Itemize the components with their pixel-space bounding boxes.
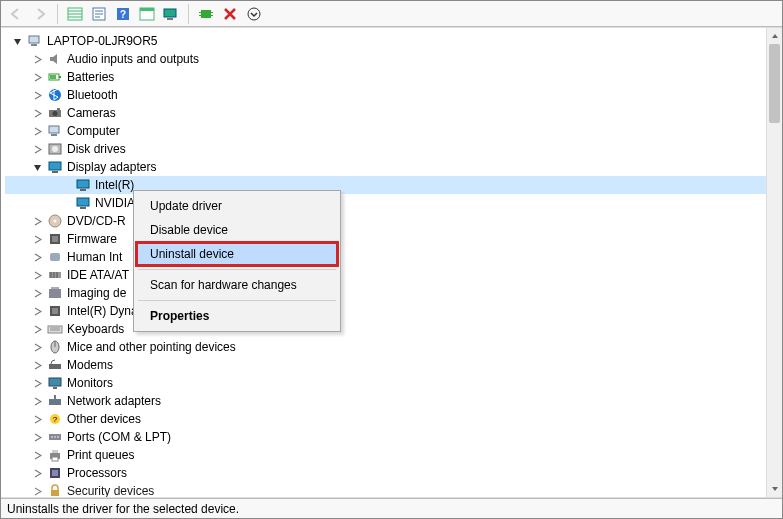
display-icon: [47, 159, 63, 175]
tree-category-imaging[interactable]: Imaging de: [5, 284, 766, 302]
tree-category-security[interactable]: Security devices: [5, 482, 766, 497]
tree-category-bluetooth[interactable]: Bluetooth: [5, 86, 766, 104]
tree-category-label: Other devices: [67, 410, 141, 428]
context-menu-item-update-driver[interactable]: Update driver: [136, 194, 338, 218]
svg-rect-33: [49, 162, 61, 170]
status-bar: Uninstalls the driver for the selected d…: [1, 498, 782, 518]
chevron-right-icon[interactable]: [31, 125, 43, 137]
vertical-scrollbar[interactable]: [766, 28, 782, 497]
context-menu-item-properties[interactable]: Properties: [136, 304, 338, 328]
circle-down-icon: [247, 7, 261, 21]
tree-category-computer[interactable]: Computer: [5, 122, 766, 140]
printer-icon: [47, 447, 63, 463]
chevron-right-icon[interactable]: [31, 467, 43, 479]
bluetooth-icon: [47, 87, 63, 103]
chevron-right-icon[interactable]: [31, 53, 43, 65]
chevron-right-icon[interactable]: [31, 377, 43, 389]
other-icon: ?: [47, 411, 63, 427]
scroll-up-icon[interactable]: [767, 28, 782, 44]
port-icon: [47, 429, 63, 445]
tree-category-firmware[interactable]: Firmware: [5, 230, 766, 248]
chip-add-icon: [199, 7, 213, 21]
chevron-right-icon[interactable]: [31, 341, 43, 353]
tree-category-batteries[interactable]: Batteries: [5, 68, 766, 86]
svg-rect-36: [80, 189, 86, 191]
disk-icon: [47, 141, 63, 157]
scroll-thumb[interactable]: [769, 44, 780, 123]
toolbar-add-legacy[interactable]: [195, 3, 217, 25]
svg-point-40: [54, 220, 57, 223]
svg-rect-21: [31, 44, 37, 46]
scroll-down-icon[interactable]: [767, 481, 782, 497]
chevron-down-icon[interactable]: [11, 35, 23, 47]
context-menu: Update driverDisable deviceUninstall dev…: [133, 190, 341, 332]
context-menu-item-scan-for-hardware-changes[interactable]: Scan for hardware changes: [136, 273, 338, 297]
context-menu-item-disable-device[interactable]: Disable device: [136, 218, 338, 242]
list-icon: [67, 7, 83, 21]
tree-category-ports[interactable]: Ports (COM & LPT): [5, 428, 766, 446]
toolbar-show-hidden[interactable]: [64, 3, 86, 25]
svg-rect-60: [49, 399, 61, 405]
tree-category-hid[interactable]: Human Int: [5, 248, 766, 266]
chevron-right-icon[interactable]: [31, 71, 43, 83]
toolbar-uninstall[interactable]: [219, 3, 241, 25]
tree-category-cameras[interactable]: Cameras: [5, 104, 766, 122]
tree-category-network[interactable]: Network adapters: [5, 392, 766, 410]
svg-rect-69: [52, 450, 58, 453]
toolbar-forward[interactable]: [29, 3, 51, 25]
device-tree[interactable]: LAPTOP-0LJR9OR5 Audio inputs and outputs…: [1, 28, 766, 497]
monitor-icon: [47, 375, 63, 391]
scroll-track[interactable]: [767, 44, 782, 481]
tree-category-processors[interactable]: Processors: [5, 464, 766, 482]
svg-rect-18: [211, 15, 213, 16]
chevron-right-icon[interactable]: [31, 269, 43, 281]
toolbar-help[interactable]: ?: [112, 3, 134, 25]
tree-category-other[interactable]: ? Other devices: [5, 410, 766, 428]
tree-category-label: Human Int: [67, 248, 122, 266]
svg-rect-11: [140, 8, 154, 11]
tree-category-modems[interactable]: Modems: [5, 356, 766, 374]
chevron-right-icon[interactable]: [31, 359, 43, 371]
chevron-right-icon[interactable]: [31, 89, 43, 101]
tree-category-keyboards[interactable]: Keyboards: [5, 320, 766, 338]
tree-category-label: IDE ATA/AT: [67, 266, 129, 284]
tree-category-label: Firmware: [67, 230, 117, 248]
chevron-right-icon[interactable]: [31, 251, 43, 263]
tree-category-printq[interactable]: Print queues: [5, 446, 766, 464]
context-menu-item-uninstall-device[interactable]: Uninstall device: [136, 242, 338, 266]
chevron-right-icon[interactable]: [31, 413, 43, 425]
chevron-right-icon[interactable]: [31, 233, 43, 245]
tree-category-dptf[interactable]: Intel(R) Dynamic Platform and Thermal Fr…: [5, 302, 766, 320]
tree-category-monitors[interactable]: Monitors: [5, 374, 766, 392]
toolbar-scan[interactable]: [160, 3, 182, 25]
tree-category-disk[interactable]: Disk drives: [5, 140, 766, 158]
chevron-right-icon[interactable]: [31, 449, 43, 461]
tree-category-audio[interactable]: Audio inputs and outputs: [5, 50, 766, 68]
speaker-icon: [47, 51, 63, 67]
chevron-right-icon[interactable]: [31, 395, 43, 407]
cpu-icon: [47, 465, 63, 481]
tree-category-mice[interactable]: Mice and other pointing devices: [5, 338, 766, 356]
tree-root[interactable]: LAPTOP-0LJR9OR5: [5, 32, 766, 50]
toolbar-back[interactable]: [5, 3, 27, 25]
chevron-right-icon[interactable]: [31, 107, 43, 119]
tree-category-ide[interactable]: IDE ATA/AT: [5, 266, 766, 284]
chevron-right-icon[interactable]: [31, 287, 43, 299]
chevron-right-icon[interactable]: [31, 143, 43, 155]
chevron-down-icon[interactable]: [31, 161, 43, 173]
svg-point-32: [52, 146, 58, 152]
chevron-right-icon[interactable]: [31, 431, 43, 443]
tree-device-nvidia[interactable]: NVIDIA: [5, 194, 766, 212]
toolbar-down[interactable]: [243, 3, 265, 25]
hid-icon: [47, 249, 63, 265]
tree-category-display[interactable]: Display adapters: [5, 158, 766, 176]
chevron-right-icon[interactable]: [31, 485, 43, 497]
chevron-right-icon[interactable]: [31, 323, 43, 335]
tree-device-intel[interactable]: Intel(R): [5, 176, 766, 194]
svg-rect-15: [199, 12, 201, 13]
chevron-right-icon[interactable]: [31, 305, 43, 317]
toolbar-properties[interactable]: [88, 3, 110, 25]
chevron-right-icon[interactable]: [31, 215, 43, 227]
toolbar-action[interactable]: [136, 3, 158, 25]
tree-category-dvd[interactable]: DVD/CD-R: [5, 212, 766, 230]
